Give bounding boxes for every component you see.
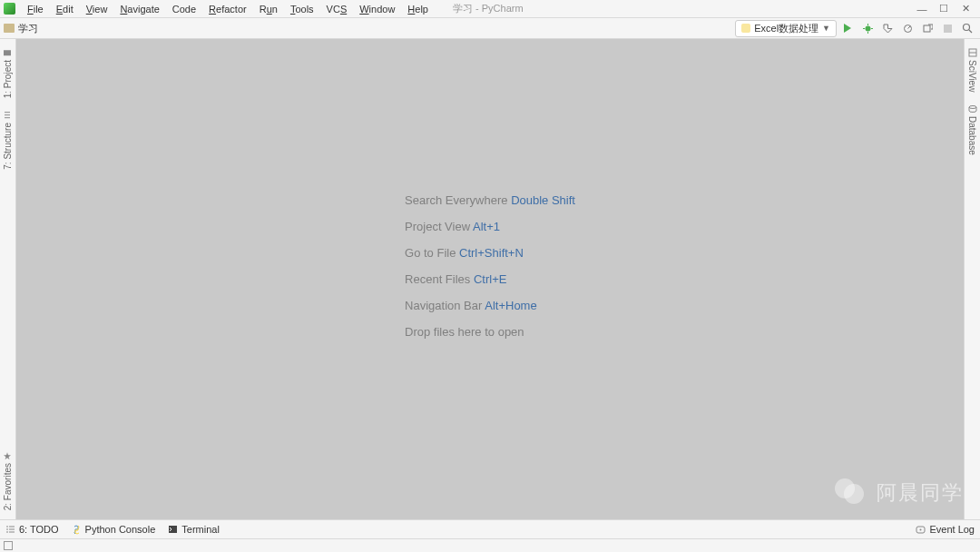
search-button[interactable] [958, 19, 976, 37]
favorites-tool-tab[interactable]: 2: Favorites [2, 448, 14, 514]
minimize-button[interactable]: — [911, 1, 933, 17]
menu-view[interactable]: View [80, 4, 114, 15]
svg-rect-10 [5, 50, 12, 55]
shortcut-alt-home: Alt+Home [485, 299, 536, 312]
shortcut-alt-1: Alt+1 [473, 220, 500, 233]
stop-button[interactable] [938, 19, 956, 37]
menu-file[interactable]: File [21, 4, 50, 15]
hint-search-everywhere: Search Everywhere Double Shift [405, 193, 575, 207]
star-icon [4, 451, 13, 460]
python-console-label: Python Console [85, 524, 156, 535]
terminal-icon [168, 525, 178, 535]
structure-tool-tab[interactable]: 7: Structure [2, 107, 14, 173]
database-tab-label: Database [967, 116, 977, 155]
editor-area[interactable]: Search Everywhere Double Shift Project V… [16, 39, 964, 519]
shortcut-double-shift: Double Shift [511, 193, 575, 207]
run-configuration-label: Excel数据处理 [754, 22, 818, 35]
sciview-tool-tab[interactable]: SciView [966, 44, 978, 95]
breadcrumb-project: 学习 [18, 22, 38, 35]
menu-vcs[interactable]: VCS [320, 4, 354, 15]
breadcrumb[interactable]: 学习 [4, 22, 38, 35]
menu-window[interactable]: Window [353, 4, 401, 15]
debug-button[interactable] [858, 19, 877, 37]
menu-tools[interactable]: Tools [284, 4, 320, 15]
folder-icon [4, 24, 15, 33]
python-file-icon [741, 24, 750, 33]
event-log-label: Event Log [929, 524, 975, 535]
profile-button[interactable] [898, 19, 916, 37]
attach-button[interactable] [918, 19, 936, 37]
menu-edit[interactable]: Edit [50, 4, 80, 15]
terminal-label: Terminal [181, 524, 220, 535]
sciview-tab-label: SciView [967, 60, 977, 92]
project-icon [4, 48, 13, 57]
python-icon [72, 525, 82, 535]
run-button[interactable] [838, 19, 857, 37]
window-title: 学习 - PyCharm [453, 2, 524, 15]
left-tool-gutter: 1: Project 7: Structure 2: Favorites [0, 39, 16, 519]
workspace: 1: Project 7: Structure 2: Favorites Sea… [0, 39, 980, 519]
python-console-tool-tab[interactable]: Python Console [72, 524, 156, 535]
database-tool-tab[interactable]: Database [966, 101, 978, 159]
run-with-coverage-button[interactable] [878, 19, 897, 37]
menu-code[interactable]: Code [166, 4, 202, 15]
todo-icon [5, 525, 15, 535]
run-configuration-selector[interactable]: Excel数据处理 ▼ [735, 20, 837, 37]
tool-windows-toggle[interactable] [4, 541, 13, 550]
favorites-tab-label: 2: Favorites [3, 463, 13, 510]
stop-icon [944, 25, 952, 33]
navigation-bar: 学习 Excel数据处理 ▼ [0, 18, 980, 39]
window-controls: — ☐ ✕ [911, 1, 976, 17]
menu-help[interactable]: Help [401, 4, 435, 15]
menu-run[interactable]: Run [253, 4, 284, 15]
svg-line-6 [907, 26, 910, 29]
project-tab-label: 1: Project [3, 60, 13, 98]
todo-label: 6: TODO [19, 524, 59, 535]
shortcut-ctrl-shift-n: Ctrl+Shift+N [459, 246, 524, 260]
hint-navigation-bar: Navigation Bar Alt+Home [405, 299, 537, 312]
chevron-down-icon: ▼ [822, 24, 830, 33]
svg-rect-23 [169, 526, 177, 533]
main-menu: File Edit View Navigate Code Refactor Ru… [21, 4, 435, 15]
svg-point-0 [865, 25, 870, 31]
svg-point-8 [964, 25, 970, 31]
bottom-tool-gutter: 6: TODO Python Console Terminal Event Lo… [0, 519, 980, 538]
structure-icon [4, 111, 13, 120]
close-button[interactable]: ✕ [955, 1, 976, 17]
menu-refactor[interactable]: Refactor [202, 4, 253, 15]
maximize-button[interactable]: ☐ [933, 1, 955, 17]
menu-navigate[interactable]: Navigate [113, 4, 165, 15]
hint-project-view: Project View Alt+1 [405, 220, 500, 233]
svg-rect-7 [924, 25, 930, 32]
hint-recent-files: Recent Files Ctrl+E [405, 272, 506, 286]
right-tool-gutter: SciView Database [964, 39, 980, 519]
event-log-tool-tab[interactable]: Event Log [916, 524, 975, 535]
pycharm-app-icon [4, 3, 15, 15]
terminal-tool-tab[interactable]: Terminal [168, 524, 220, 535]
shortcut-ctrl-e: Ctrl+E [474, 272, 506, 286]
svg-point-16 [969, 106, 976, 109]
hint-go-to-file: Go to File Ctrl+Shift+N [405, 246, 524, 260]
sciview-icon [968, 48, 977, 57]
svg-line-9 [969, 30, 972, 33]
svg-point-25 [920, 528, 922, 530]
structure-tab-label: 7: Structure [3, 123, 13, 170]
hint-drop-files: Drop files here to open [405, 325, 524, 339]
event-log-icon [916, 525, 926, 535]
database-icon [968, 104, 977, 113]
project-tool-tab[interactable]: 1: Project [2, 44, 14, 102]
titlebar: File Edit View Navigate Code Refactor Ru… [0, 0, 980, 18]
welcome-hints: Search Everywhere Double Shift Project V… [405, 193, 575, 339]
todo-tool-tab[interactable]: 6: TODO [5, 524, 59, 535]
status-bar [0, 538, 980, 552]
